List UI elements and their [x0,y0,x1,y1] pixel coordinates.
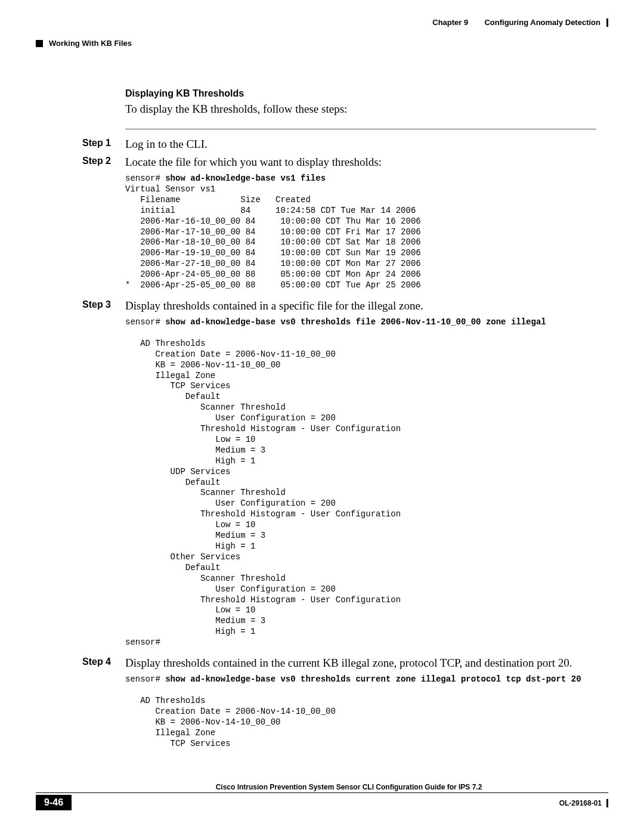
step-4-command: show ad-knowledge-base vs0 thresholds cu… [165,674,581,684]
main-content: Displaying KB Thresholds To display the … [125,88,596,749]
section-title: Working With KB Files [49,39,132,48]
step-3-output: AD Thresholds Creation Date = 2006-Nov-1… [125,339,401,647]
header: Chapter 9 Configuring Anomaly Detection [36,18,608,27]
cli-prompt: sensor# [125,674,165,684]
step-1-text: Log in to the CLI. [125,138,208,150]
chapter-title: Configuring Anomaly Detection [484,18,600,27]
step-2-command: show ad-knowledge-base vs1 files [165,174,326,183]
step-3-label: Step 3 [82,299,111,310]
step-3-text: Display thresholds contained in a specif… [125,299,423,312]
step-2-text: Locate the file for which you want to di… [125,156,382,168]
footer-title: Cisco Intrusion Prevention System Sensor… [89,783,608,791]
section-heading: Displaying KB Thresholds [125,88,596,99]
step-4-output: AD Thresholds Creation Date = 2006-Nov-1… [125,696,336,748]
section-intro: To display the KB thresholds, follow the… [125,103,596,116]
header-bar-icon [606,18,608,27]
step-2-label: Step 2 [82,156,111,166]
cli-prompt: sensor# [125,174,165,183]
step-2-output: Virtual Sensor vs1 Filename Size Created… [125,184,421,290]
step-3-command: show ad-knowledge-base vs0 thresholds fi… [165,317,546,327]
page-number: 9-46 [36,795,72,810]
cli-prompt: sensor# [125,317,165,327]
step-4-code: sensor# show ad-knowledge-base vs0 thres… [125,674,596,749]
footer-bar-icon [606,799,608,807]
step-4-text: Display thresholds contained in the curr… [125,657,572,669]
footer: Cisco Intrusion Prevention System Sensor… [36,783,608,811]
step-2-code: sensor# show ad-knowledge-base vs1 files… [125,174,596,291]
step-3: Step 3 Display thresholds contained in a… [125,299,596,312]
step-2: Step 2 Locate the file for which you wan… [125,156,596,169]
chapter-number: Chapter 9 [432,18,468,27]
header-square-icon [36,40,43,47]
footer-line [36,792,608,794]
doc-id: OL-29168-01 [559,799,602,807]
divider [125,129,596,129]
step-1-label: Step 1 [82,138,111,148]
step-3-code: sensor# show ad-knowledge-base vs0 thres… [125,317,596,648]
step-4: Step 4 Display thresholds contained in t… [125,657,596,670]
step-1: Step 1 Log in to the CLI. [125,138,596,151]
step-4-label: Step 4 [82,657,111,667]
